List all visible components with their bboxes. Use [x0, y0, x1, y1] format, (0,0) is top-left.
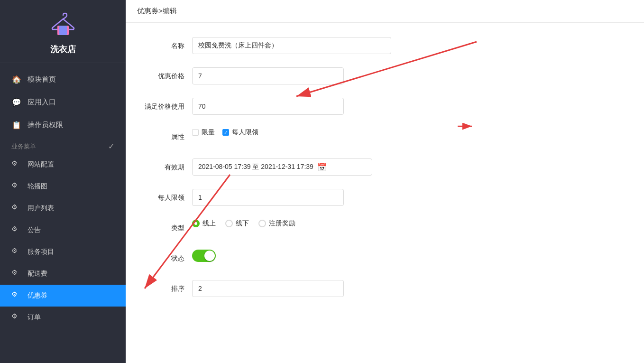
sidebar-item-delivery[interactable]: ⚙ 配送费: [0, 263, 126, 285]
checkbox-limit-label: 限量: [202, 128, 215, 137]
checkbox-limit[interactable]: 限量: [192, 128, 215, 137]
checkbox-group: 限量 ✓ 每人限领: [192, 128, 258, 137]
checkbox-per-person-label: 每人限领: [232, 128, 258, 137]
business-menu-section: 业务菜单 ✓: [0, 136, 126, 154]
sidebar-item-operator[interactable]: 📋 操作员权限: [0, 113, 126, 136]
sidebar-item-services[interactable]: ⚙ 服务项目: [0, 241, 126, 263]
sidebar-item-app-entry[interactable]: 💬 应用入口: [0, 91, 126, 113]
calendar-icon: 📅: [317, 163, 327, 172]
per-limit-input[interactable]: [192, 189, 344, 206]
name-input[interactable]: [192, 37, 391, 54]
sidebar-item-carousel-label: 轮播图: [28, 182, 47, 191]
form-row-name: 名称: [145, 37, 625, 54]
sidebar-item-delivery-label: 配送费: [28, 270, 47, 278]
gear-icon-coupon: ⚙: [11, 290, 22, 301]
form-row-validity: 有效期 2021-08-05 17:39 至 2021-12-31 17:39 …: [145, 158, 625, 176]
min-price-input[interactable]: [192, 98, 344, 115]
sidebar-item-home-label: 模块首页: [28, 75, 56, 84]
form-row-sort: 排序: [145, 280, 625, 297]
radio-online-label: 线上: [202, 219, 216, 228]
sort-label: 排序: [145, 280, 192, 297]
status-toggle[interactable]: [192, 250, 216, 262]
gear-icon-users: ⚙: [11, 203, 22, 214]
radio-register-circle[interactable]: [258, 220, 266, 227]
sidebar-item-site-config[interactable]: ⚙ 网站配置: [0, 154, 126, 176]
breadcrumb: 优惠券>编辑: [126, 0, 644, 23]
form-row-discount-price: 优惠价格: [145, 67, 625, 84]
attribute-checkboxes: 限量 ✓ 每人限领: [192, 128, 625, 137]
form-row-min-price: 满足价格使用: [145, 98, 625, 115]
sidebar-item-services-label: 服务项目: [28, 248, 54, 256]
sidebar-title: 洗衣店: [50, 44, 76, 55]
date-range-picker[interactable]: 2021-08-05 17:39 至 2021-12-31 17:39 📅: [192, 158, 372, 176]
toggle-knob: [204, 251, 215, 261]
name-label: 名称: [145, 37, 192, 54]
sidebar-item-home[interactable]: 🏠 模块首页: [0, 68, 126, 91]
sort-input[interactable]: [192, 280, 344, 297]
gear-icon-delivery: ⚙: [11, 269, 22, 279]
radio-register[interactable]: 注册奖励: [258, 219, 295, 228]
radio-online[interactable]: 线上: [192, 219, 216, 228]
name-value: [192, 37, 625, 54]
clipboard-icon: 📋: [11, 120, 22, 130]
sidebar-item-coupon-label: 优惠券: [28, 291, 47, 300]
gear-icon-orders: ⚙: [11, 312, 22, 323]
min-price-value: [192, 98, 625, 115]
checkbox-limit-box[interactable]: [192, 129, 199, 136]
sidebar-item-announcement[interactable]: ⚙ 公告: [0, 219, 126, 241]
form-row-attribute: 属性 限量 ✓ 每人限领: [145, 128, 625, 145]
gear-icon-site: ⚙: [11, 159, 22, 170]
radio-online-circle[interactable]: [192, 220, 200, 227]
sidebar-item-user-list[interactable]: ⚙ 用户列表: [0, 197, 126, 219]
gear-icon-services: ⚙: [11, 247, 22, 257]
sidebar-item-app-entry-label: 应用入口: [28, 98, 56, 107]
radio-offline[interactable]: 线下: [225, 219, 249, 228]
sidebar-item-announcement-label: 公告: [28, 226, 41, 234]
discount-price-input[interactable]: [192, 67, 344, 84]
radio-register-label: 注册奖励: [269, 219, 295, 228]
gear-icon-carousel: ⚙: [11, 181, 22, 192]
sidebar-item-site-config-label: 网站配置: [28, 160, 54, 169]
type-label: 类型: [145, 219, 192, 236]
home-icon: 🏠: [11, 74, 22, 84]
checkbox-per-person[interactable]: ✓ 每人限领: [222, 128, 258, 137]
sidebar-item-coupon[interactable]: ⚙ 优惠券: [0, 285, 126, 307]
date-range-text: 2021-08-05 17:39 至 2021-12-31 17:39: [198, 163, 313, 171]
sidebar-navigation: 🏠 模块首页 💬 应用入口 📋 操作员权限 业务菜单 ✓ ⚙ 网站配置 ⚙ 轮播…: [0, 63, 126, 333]
per-limit-label: 每人限领: [145, 189, 192, 206]
sidebar: 洗衣店 🏠 模块首页 💬 应用入口 📋 操作员权限 业务菜单 ✓ ⚙ 网站配置 …: [0, 0, 126, 363]
checkbox-per-person-box[interactable]: ✓: [222, 129, 229, 136]
radio-offline-label: 线下: [236, 219, 249, 228]
discount-price-value: [192, 67, 625, 84]
type-radio-group: 线上 线下 注册奖励: [192, 219, 625, 228]
sidebar-logo: 洗衣店: [0, 0, 126, 63]
sidebar-item-carousel[interactable]: ⚙ 轮播图: [0, 176, 126, 197]
sidebar-item-orders[interactable]: ⚙ 订单: [0, 307, 126, 328]
gear-icon-announcement: ⚙: [11, 225, 22, 235]
status-value: [192, 250, 625, 262]
radio-group-type: 线上 线下 注册奖励: [192, 219, 295, 228]
min-price-label: 满足价格使用: [145, 98, 192, 115]
per-limit-value: [192, 189, 625, 206]
form-row-status: 状态: [145, 250, 625, 267]
validity-value: 2021-08-05 17:39 至 2021-12-31 17:39 📅: [192, 158, 625, 176]
sidebar-item-user-list-label: 用户列表: [28, 204, 54, 213]
svg-rect-1: [59, 26, 67, 35]
status-label: 状态: [145, 250, 192, 267]
radio-offline-circle[interactable]: [225, 220, 233, 227]
form-row-per-limit: 每人限领: [145, 189, 625, 206]
sidebar-item-orders-label: 订单: [28, 313, 41, 322]
discount-price-label: 优惠价格: [145, 67, 192, 84]
chevron-down-icon: ✓: [108, 142, 114, 151]
validity-label: 有效期: [145, 158, 192, 176]
main-content: 优惠券>编辑 名称: [126, 0, 644, 363]
sort-value: [192, 280, 625, 297]
chat-icon: 💬: [11, 97, 22, 107]
app-logo-icon: [49, 11, 77, 40]
page-body: 名称 优惠价格 满足价格使用 属性: [126, 23, 644, 363]
attribute-label: 属性: [145, 128, 192, 145]
sidebar-item-operator-label: 操作员权限: [28, 121, 63, 130]
form-row-type: 类型 线上 线下 注册奖励: [145, 219, 625, 236]
